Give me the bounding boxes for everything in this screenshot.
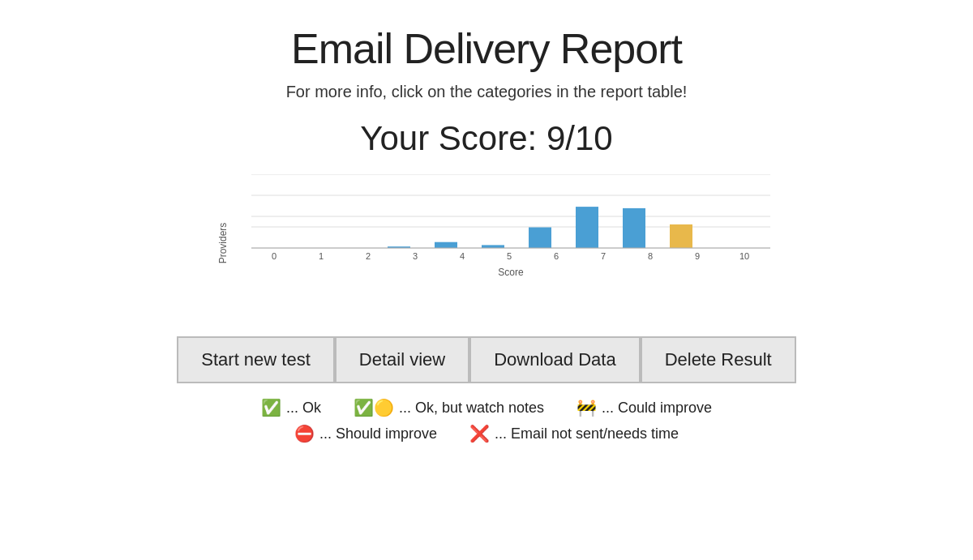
svg-text:4: 4 (460, 251, 465, 261)
legend-could-improve-label: ... Could improve (602, 400, 712, 417)
svg-rect-14 (623, 208, 645, 248)
svg-text:6: 6 (554, 251, 559, 261)
svg-rect-12 (529, 228, 551, 249)
legend-ok-label: ... Ok (286, 400, 321, 417)
svg-rect-15 (670, 224, 692, 248)
construction-icon: 🚧 (577, 398, 597, 417)
no-entry-icon: ⛔ (294, 424, 315, 443)
legend-could-improve: 🚧 ... Could improve (577, 398, 712, 417)
legend-ok-watch-label: ... Ok, but watch notes (399, 400, 544, 417)
action-buttons-row: Start new test Detail view Download Data… (177, 336, 795, 383)
legend-row-2: ⛔ ... Should improve ❌ ... Email not sen… (294, 424, 679, 443)
legend-not-sent-label: ... Email not sent/needs time (495, 425, 679, 442)
svg-text:0: 0 (272, 251, 276, 261)
svg-text:5: 5 (507, 251, 512, 261)
svg-text:7: 7 (601, 251, 606, 261)
legend-should-improve-label: ... Should improve (319, 425, 437, 442)
cross-mark-icon: ❌ (469, 424, 490, 443)
checkmark-green-icon: ✅ (261, 398, 281, 417)
svg-text:8: 8 (648, 251, 653, 261)
svg-rect-10 (435, 242, 457, 248)
svg-rect-13 (576, 207, 598, 248)
legend-row-1: ✅ ... Ok ✅🟡 ... Ok, but watch notes 🚧 ..… (261, 398, 712, 417)
detail-view-button[interactable]: Detail view (335, 336, 469, 383)
y-axis-label: Providers (217, 223, 229, 264)
svg-text:Score: Score (498, 267, 524, 278)
svg-text:1: 1 (319, 251, 324, 261)
legend-ok: ✅ ... Ok (261, 398, 321, 417)
checkmark-yellow-icon: ✅🟡 (354, 398, 394, 417)
chart-container: Providers 50% 40% 20% 0% (203, 174, 770, 312)
page-title: Email Delivery Report (291, 24, 682, 73)
svg-text:2: 2 (366, 251, 371, 261)
subtitle: For more info, click on the categories i… (286, 83, 688, 101)
legend-area: ✅ ... Ok ✅🟡 ... Ok, but watch notes 🚧 ..… (261, 398, 712, 443)
score-display: Your Score: 9/10 (360, 119, 612, 158)
legend-ok-watch: ✅🟡 ... Ok, but watch notes (354, 398, 544, 417)
download-data-button[interactable]: Download Data (469, 336, 640, 383)
svg-text:3: 3 (413, 251, 418, 261)
svg-text:10: 10 (739, 251, 749, 261)
svg-rect-11 (482, 245, 504, 248)
svg-text:9: 9 (695, 251, 700, 261)
chart-svg: 50% 40% 20% 0% 0 1 2 3 (251, 174, 770, 280)
chart-area: 50% 40% 20% 0% 0 1 2 3 (251, 174, 770, 280)
legend-not-sent: ❌ ... Email not sent/needs time (469, 424, 679, 443)
delete-result-button[interactable]: Delete Result (641, 336, 796, 383)
legend-should-improve: ⛔ ... Should improve (294, 424, 437, 443)
start-new-test-button[interactable]: Start new test (177, 336, 335, 383)
